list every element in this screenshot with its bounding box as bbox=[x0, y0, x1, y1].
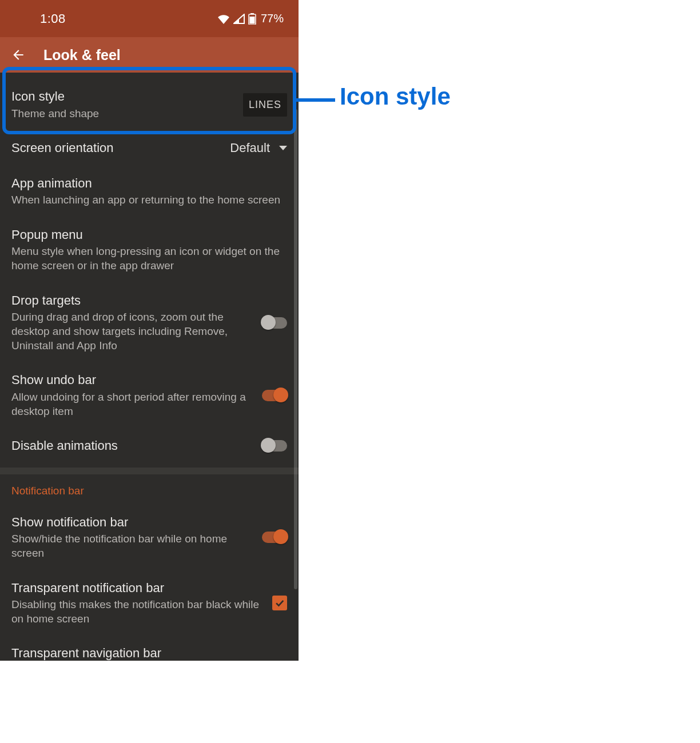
row-transparent-notification-bar[interactable]: Transparent notification bar Disabling t… bbox=[0, 571, 299, 637]
app-bar: Look & feel bbox=[0, 37, 299, 73]
row-subtitle: Theme and shape bbox=[11, 107, 235, 121]
row-app-animation[interactable]: App animation When launching an app or r… bbox=[0, 166, 299, 218]
row-subtitle: Show/hide the notification bar while on … bbox=[11, 532, 254, 560]
phone-frame: 1:08 77% Look & feel bbox=[0, 0, 299, 661]
row-title: Drop targets bbox=[11, 293, 254, 309]
status-bar: 1:08 77% bbox=[0, 0, 299, 37]
row-subtitle: Menu style when long-pressing an icon or… bbox=[11, 245, 287, 273]
svg-rect-2 bbox=[249, 17, 254, 24]
orientation-value: Default bbox=[230, 141, 270, 155]
row-title: App animation bbox=[11, 175, 287, 191]
status-time: 1:08 bbox=[40, 11, 66, 26]
row-show-notification-bar[interactable]: Show notification bar Show/hide the noti… bbox=[0, 501, 299, 571]
row-subtitle: Disabling this makes the notification ba… bbox=[11, 598, 264, 626]
settings-list: Icon style Theme and shape LINES Screen … bbox=[0, 73, 299, 661]
wifi-icon bbox=[217, 14, 230, 24]
signal-icon bbox=[233, 14, 245, 24]
scrollbar-thumb[interactable] bbox=[294, 109, 297, 589]
disable-animations-toggle[interactable] bbox=[262, 440, 287, 452]
row-title: Disable animations bbox=[11, 438, 254, 454]
row-show-undo[interactable]: Show undo bar Allow undoing for a short … bbox=[0, 363, 299, 429]
icon-style-chip: LINES bbox=[243, 93, 287, 117]
annotation-connector bbox=[296, 98, 335, 102]
row-title: Show undo bar bbox=[11, 372, 254, 388]
row-title: Transparent navigation bar bbox=[11, 645, 287, 661]
back-button[interactable] bbox=[10, 47, 26, 63]
row-screen-orientation[interactable]: Screen orientation Default bbox=[0, 138, 299, 166]
row-title: Screen orientation bbox=[11, 140, 222, 156]
row-title: Show notification bar bbox=[11, 514, 254, 530]
page-title: Look & feel bbox=[43, 47, 121, 63]
status-right: 77% bbox=[217, 12, 284, 25]
show-undo-toggle[interactable] bbox=[262, 390, 287, 401]
row-disable-animations[interactable]: Disable animations bbox=[0, 429, 299, 468]
row-title: Transparent notification bar bbox=[11, 580, 264, 596]
row-popup-menu[interactable]: Popup menu Menu style when long-pressing… bbox=[0, 218, 299, 283]
row-transparent-navigation-bar[interactable]: Transparent navigation bar bbox=[0, 636, 299, 661]
annotation-label: Icon style bbox=[340, 83, 451, 110]
row-drop-targets[interactable]: Drop targets During drag and drop of ico… bbox=[0, 283, 299, 363]
section-separator bbox=[0, 468, 299, 474]
section-notification-bar: Notification bar bbox=[0, 474, 299, 501]
drop-targets-toggle[interactable] bbox=[262, 317, 287, 329]
row-subtitle: When launching an app or returning to th… bbox=[11, 193, 287, 207]
row-title: Popup menu bbox=[11, 227, 287, 243]
row-subtitle: During drag and drop of icons, zoom out … bbox=[11, 310, 254, 353]
battery-icon bbox=[248, 13, 256, 25]
battery-percent: 77% bbox=[261, 12, 284, 25]
row-subtitle: Allow undoing for a short period after r… bbox=[11, 390, 254, 418]
show-notification-bar-toggle[interactable] bbox=[262, 532, 287, 543]
row-title: Icon style bbox=[11, 89, 235, 105]
chevron-down-icon bbox=[279, 146, 287, 150]
row-icon-style[interactable]: Icon style Theme and shape LINES bbox=[0, 73, 299, 138]
transparent-notification-checkbox[interactable] bbox=[272, 596, 287, 610]
